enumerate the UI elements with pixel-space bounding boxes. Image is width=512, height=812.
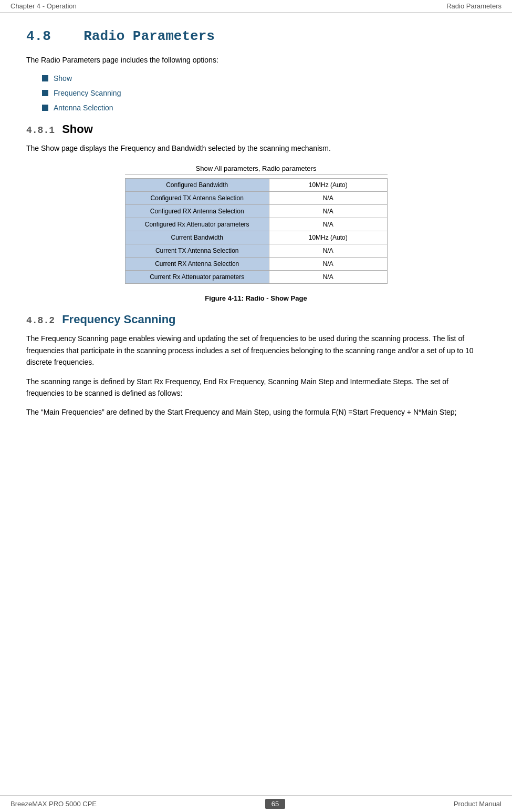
bullet-item-show: Show [42,74,486,83]
intro-text: The Radio Parameters page includes the f… [26,55,486,66]
table-cell-value: N/A [269,258,387,271]
table-row: Current Rx Attenuator parametersN/A [125,271,387,284]
table-cell-label: Current TX Antenna Selection [125,244,269,258]
table-row: Configured Bandwidth10MHz (Auto) [125,179,387,192]
table-row: Current RX Antenna SelectionN/A [125,258,387,271]
bullet-icon [42,75,48,81]
table-cell-value: N/A [269,271,387,284]
heading-4-8-2: 4.8.2 Frequency Scanning [26,313,486,326]
footer-right: Product Manual [454,800,501,808]
table-cell-value: N/A [269,192,387,205]
page-header: Chapter 4 - Operation Radio Parameters [0,0,512,13]
bullet-icon [42,105,48,111]
heading-4-8-title: Radio Parameters [83,28,215,44]
table-cell-label: Current RX Antenna Selection [125,258,269,271]
table-cell-label: Current Rx Attenuator parameters [125,271,269,284]
table-row: Current Bandwidth10MHz (Auto) [125,231,387,244]
table-row: Configured RX Antenna SelectionN/A [125,205,387,218]
figure-caption: Figure 4-11: Radio - Show Page [26,294,486,302]
table-row: Configured Rx Attenuator parametersN/A [125,218,387,231]
show-description: The Show page displays the Frequency and… [26,142,486,154]
table-cell-value: 10MHz (Auto) [269,179,387,192]
bullet-label-antenna: Antenna Selection [54,104,113,112]
heading-4-8-1-number: 4.8.1 [26,125,55,136]
table-cell-label: Configured Bandwidth [125,179,269,192]
footer-center: 65 [265,799,285,809]
bullet-label-freq: Frequency Scanning [54,89,121,97]
bullet-label-show: Show [54,74,72,83]
heading-4-8-number: 4.8 [26,28,51,44]
bullet-item-antenna-selection: Antenna Selection [42,104,486,112]
heading-4-8-2-title: Frequency Scanning [62,313,175,326]
freq-scan-paragraph: The “Main Frequencies” are defined by th… [26,406,486,418]
table-cell-label: Configured Rx Attenuator parameters [125,218,269,231]
heading-4-8-1: 4.8.1 Show [26,122,486,136]
bullet-icon [42,90,48,96]
main-content: 4.8 Radio Parameters The Radio Parameter… [0,13,512,468]
page-footer: BreezeMAX PRO 5000 CPE 65 Product Manual [0,795,512,812]
freq-scan-body: The Frequency Scanning page enables view… [26,333,486,418]
params-table: Configured Bandwidth10MHz (Auto)Configur… [125,178,388,284]
footer-left: BreezeMAX PRO 5000 CPE [11,800,97,808]
heading-4-8: 4.8 Radio Parameters [26,28,486,44]
table-row: Current TX Antenna SelectionN/A [125,244,387,258]
table-row: Configured TX Antenna SelectionN/A [125,192,387,205]
bullet-list: Show Frequency Scanning Antenna Selectio… [42,74,486,112]
show-table-container: Show All parameters, Radio parameters Co… [125,165,388,284]
table-cell-label: Configured RX Antenna Selection [125,205,269,218]
bullet-item-freq-scanning: Frequency Scanning [42,89,486,97]
header-right: Radio Parameters [446,2,501,10]
table-cell-value: N/A [269,205,387,218]
freq-scan-paragraph: The Frequency Scanning page enables view… [26,333,486,368]
table-cell-value: N/A [269,244,387,258]
heading-4-8-1-title: Show [62,122,93,136]
table-cell-value: N/A [269,218,387,231]
heading-4-8-2-number: 4.8.2 [26,315,55,326]
header-left: Chapter 4 - Operation [11,2,77,10]
table-cell-value: 10MHz (Auto) [269,231,387,244]
table-cell-label: Configured TX Antenna Selection [125,192,269,205]
table-cell-label: Current Bandwidth [125,231,269,244]
freq-scan-paragraph: The scanning range is defined by Start R… [26,376,486,399]
table-title: Show All parameters, Radio parameters [125,165,388,175]
